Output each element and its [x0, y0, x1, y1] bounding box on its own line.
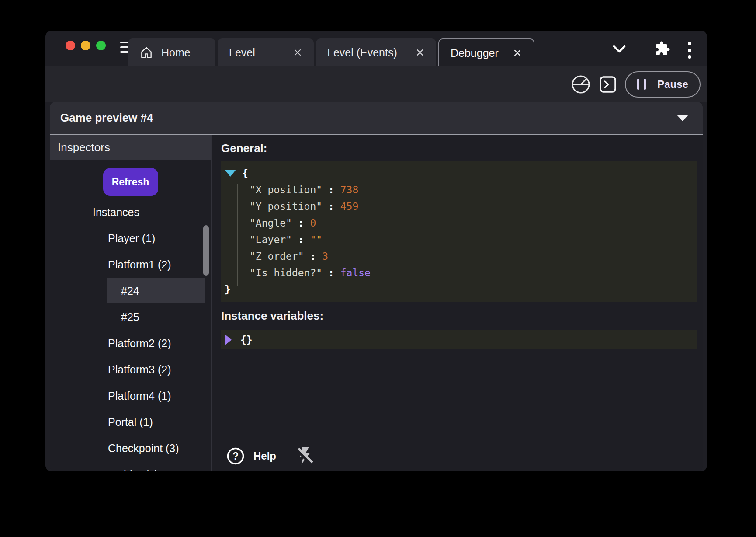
- footer-actions: ? Help: [226, 446, 315, 466]
- json-key: "Angle": [250, 217, 292, 229]
- json-separator: :: [304, 251, 323, 262]
- json-value[interactable]: 3: [322, 251, 328, 262]
- open-brace: {: [242, 167, 248, 179]
- json-root-row[interactable]: {: [221, 165, 697, 181]
- json-separator: :: [322, 184, 340, 195]
- debugger-toolbar: Pause: [45, 66, 707, 102]
- traffic-lights: [66, 41, 106, 50]
- titlebar: Home Level Level (Events) Debugger: [45, 31, 707, 66]
- json-key: "X position": [250, 184, 322, 195]
- refresh-button[interactable]: Refresh: [103, 168, 158, 196]
- close-tab-icon[interactable]: [513, 48, 522, 58]
- json-field-x-position: "X position" : 738: [221, 181, 697, 198]
- tree-item-platform4[interactable]: Platform4 (1): [50, 383, 211, 409]
- json-separator: :: [322, 201, 340, 212]
- home-icon: [139, 45, 153, 59]
- tree-item-instances[interactable]: Instances: [50, 199, 211, 225]
- tree-item-platform1[interactable]: Platform1 (2): [50, 251, 211, 278]
- json-value[interactable]: "": [310, 234, 322, 245]
- tab-label: Debugger: [451, 47, 499, 59]
- close-window-button[interactable]: [66, 41, 75, 50]
- empty-object: {}: [240, 334, 253, 345]
- tree-item-instance-24[interactable]: #24: [107, 278, 205, 303]
- collapse-expander-icon[interactable]: [225, 170, 236, 177]
- json-root-close-row: }: [221, 281, 697, 298]
- refresh-row: Refresh: [50, 168, 211, 196]
- profiler-gauge-icon[interactable]: [571, 74, 591, 94]
- json-field-y-position: "Y position" : 459: [221, 198, 697, 215]
- json-field-layer: "Layer" : "": [221, 231, 697, 248]
- debugger-panel: Game preview #4 Inspectors Refresh Insta…: [50, 102, 703, 471]
- json-field-angle: "Angle" : 0: [221, 215, 697, 231]
- tab-label: Level (Events): [327, 46, 397, 59]
- tree-guide-line: [237, 184, 238, 286]
- json-value[interactable]: false: [340, 267, 371, 279]
- game-preview-selector[interactable]: Game preview #4: [50, 102, 703, 135]
- tree-item-platform2[interactable]: Platform2 (2): [50, 330, 211, 356]
- general-json-view: { "X position" : 738 "Y position" : 459 …: [221, 161, 697, 302]
- tab-level-events[interactable]: Level (Events): [316, 38, 436, 66]
- help-label[interactable]: Help: [253, 450, 276, 462]
- chevron-down-icon[interactable]: [613, 45, 626, 53]
- tree-item-checkpoint[interactable]: Checkpoint (3): [50, 435, 211, 461]
- dropdown-caret-icon[interactable]: [676, 115, 689, 121]
- tree-item-ladder[interactable]: Ladder (1): [50, 461, 211, 471]
- json-key: "Layer": [250, 234, 292, 245]
- tab-label: Level: [229, 46, 255, 59]
- app-window: Home Level Level (Events) Debugger: [45, 31, 707, 471]
- close-tab-icon[interactable]: [415, 48, 425, 57]
- json-key: "Z order": [250, 251, 304, 262]
- json-key: "Y position": [250, 201, 322, 212]
- tree-item-platform3[interactable]: Platform3 (2): [50, 356, 211, 383]
- json-value[interactable]: 738: [340, 184, 359, 195]
- flash-off-icon[interactable]: [295, 446, 315, 466]
- debugger-body: Inspectors Refresh Instances Player (1) …: [50, 135, 703, 471]
- json-separator: :: [322, 267, 340, 279]
- console-icon[interactable]: [599, 75, 617, 94]
- extensions-puzzle-icon[interactable]: [655, 41, 670, 56]
- instance-variables-json-view: {}: [221, 330, 697, 349]
- tree-item-instance-25[interactable]: #25: [50, 304, 211, 330]
- minimize-window-button[interactable]: [81, 41, 90, 50]
- tab-bar: Home Level Level (Events) Debugger: [128, 38, 534, 66]
- pause-icon: [637, 79, 646, 90]
- close-tab-icon[interactable]: [293, 48, 302, 57]
- json-value[interactable]: 459: [340, 201, 359, 212]
- tab-level[interactable]: Level: [218, 38, 314, 66]
- json-key: "Is hidden?": [250, 267, 322, 279]
- tab-debugger[interactable]: Debugger: [438, 38, 534, 66]
- json-separator: :: [292, 234, 310, 245]
- help-icon[interactable]: ?: [226, 447, 245, 465]
- pause-button[interactable]: Pause: [625, 71, 701, 98]
- pause-button-label: Pause: [657, 78, 688, 91]
- tab-home[interactable]: Home: [128, 38, 215, 66]
- json-field-is-hidden: "Is hidden?" : false: [221, 265, 697, 281]
- variables-root-row[interactable]: {}: [221, 330, 697, 349]
- close-brace: }: [225, 284, 231, 295]
- tree-item-player[interactable]: Player (1): [50, 225, 211, 251]
- inspectors-sidebar: Inspectors Refresh Instances Player (1) …: [50, 135, 212, 471]
- game-preview-title: Game preview #4: [60, 111, 153, 125]
- json-field-z-order: "Z order" : 3: [221, 248, 697, 265]
- more-options-icon[interactable]: [688, 42, 691, 59]
- json-value[interactable]: 0: [310, 217, 316, 229]
- instance-variables-label: Instance variables:: [221, 309, 697, 323]
- instances-tree: Instances Player (1) Platform1 (2) #24 #…: [50, 199, 211, 471]
- sidebar-scrollbar-thumb[interactable]: [203, 225, 209, 276]
- tree-item-portal[interactable]: Portal (1): [50, 409, 211, 435]
- svg-text:?: ?: [232, 450, 239, 462]
- json-separator: :: [292, 217, 310, 229]
- inspectors-header: Inspectors: [50, 135, 211, 160]
- maximize-window-button[interactable]: [96, 41, 106, 50]
- inspector-main: General: { "X position" : 738 "Y positio…: [212, 135, 703, 471]
- tab-label: Home: [161, 46, 191, 59]
- expand-expander-icon[interactable]: [225, 334, 232, 345]
- general-section-label: General:: [221, 142, 697, 155]
